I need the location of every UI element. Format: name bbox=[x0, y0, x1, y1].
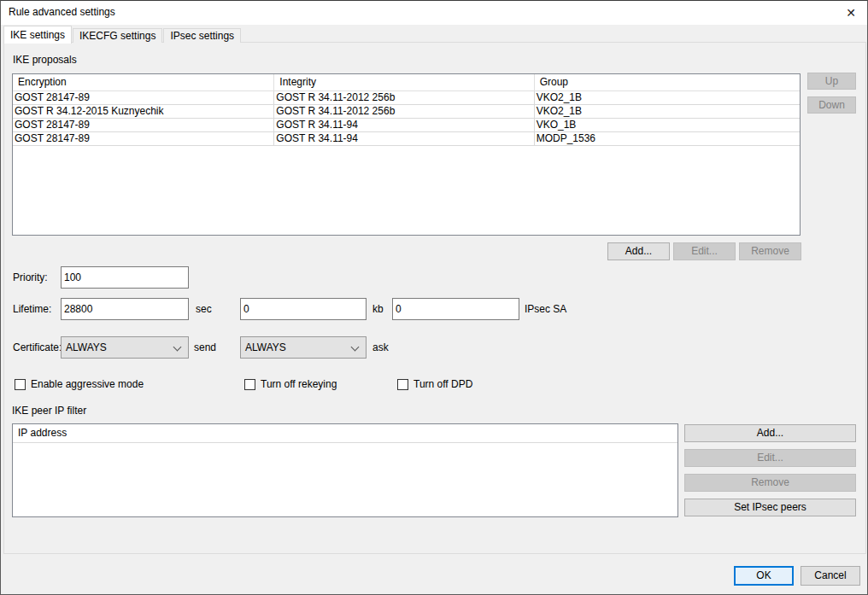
ike-peer-ip-filter-label: IKE peer IP filter bbox=[12, 405, 86, 417]
ipsec-sa-unit-label: IPsec SA bbox=[525, 303, 566, 315]
cell-integrity: GOST R 34.11-94 bbox=[274, 119, 534, 131]
ip-filter-remove-button[interactable]: Remove bbox=[684, 474, 856, 492]
table-row[interactable]: GOST 28147-89 GOST R 34.11-94 MODP_1536 bbox=[13, 132, 800, 146]
certificate-ask-select[interactable]: ALWAYS bbox=[240, 336, 367, 359]
ask-label: ask bbox=[372, 341, 389, 353]
column-header-encryption[interactable]: Encryption bbox=[13, 74, 274, 90]
cell-group: MODP_1536 bbox=[535, 132, 800, 145]
column-header-integrity[interactable]: Integrity bbox=[274, 74, 534, 90]
title-bar[interactable]: Rule advanced settings ✕ bbox=[1, 1, 867, 25]
kb-unit-label: kb bbox=[372, 303, 384, 315]
certificate-send-value: ALWAYS bbox=[66, 341, 107, 353]
set-ipsec-peers-button[interactable]: Set IPsec peers bbox=[684, 499, 856, 516]
dialog-footer: OK Cancel bbox=[1, 554, 867, 595]
send-label: send bbox=[194, 341, 216, 353]
cell-integrity: GOST R 34.11-2012 256b bbox=[274, 91, 534, 104]
chevron-down-icon bbox=[351, 343, 360, 352]
cell-integrity: GOST R 34.11-2012 256b bbox=[274, 105, 534, 118]
checkbox-icon bbox=[397, 379, 408, 390]
lifetime-sec-input[interactable] bbox=[61, 298, 189, 320]
up-button[interactable]: Up bbox=[807, 73, 856, 90]
sec-unit-label: sec bbox=[196, 303, 212, 315]
tab-ike-settings[interactable]: IKE settings bbox=[3, 26, 72, 44]
table-row[interactable]: GOST 28147-89 GOST R 34.11-94 VKO_1B bbox=[13, 119, 800, 132]
cell-group: VKO2_1B bbox=[535, 91, 800, 104]
enable-aggressive-mode-checkbox[interactable]: Enable aggressive mode bbox=[15, 378, 144, 390]
certificate-ask-value: ALWAYS bbox=[245, 341, 286, 353]
cell-encryption: GOST R 34.12-2015 Kuznyechik bbox=[13, 105, 274, 118]
cell-encryption: GOST 28147-89 bbox=[13, 119, 274, 131]
ike-proposals-header: Encryption Integrity Group bbox=[13, 74, 800, 91]
ip-filter-add-button[interactable]: Add... bbox=[684, 424, 856, 442]
certificate-send-select[interactable]: ALWAYS bbox=[61, 336, 189, 359]
tab-ikecfg-settings[interactable]: IKECFG settings bbox=[73, 28, 162, 43]
close-icon[interactable]: ✕ bbox=[840, 3, 862, 22]
proposals-edit-button[interactable]: Edit... bbox=[673, 242, 736, 260]
ip-filter-header: IP address bbox=[13, 424, 677, 443]
priority-input[interactable] bbox=[61, 266, 189, 289]
table-row[interactable]: GOST 28147-89 GOST R 34.11-2012 256b VKO… bbox=[13, 91, 800, 105]
rule-advanced-settings-dialog: Rule advanced settings ✕ IKE settings IK… bbox=[0, 0, 868, 595]
ip-filter-table[interactable]: IP address bbox=[12, 423, 678, 517]
ip-filter-edit-button[interactable]: Edit... bbox=[684, 449, 856, 467]
cancel-button[interactable]: Cancel bbox=[801, 566, 860, 586]
priority-label: Priority: bbox=[13, 271, 48, 283]
turn-off-rekeying-checkbox[interactable]: Turn off rekeying bbox=[244, 378, 337, 390]
chevron-down-icon bbox=[173, 343, 182, 352]
checkbox-label: Turn off rekeying bbox=[261, 378, 337, 390]
cell-group: VKO2_1B bbox=[535, 105, 800, 118]
column-header-ip-address[interactable]: IP address bbox=[13, 424, 677, 442]
cell-encryption: GOST 28147-89 bbox=[13, 91, 274, 104]
cell-group: VKO_1B bbox=[535, 119, 800, 131]
window-title: Rule advanced settings bbox=[9, 6, 115, 18]
table-row[interactable]: GOST R 34.12-2015 Kuznyechik GOST R 34.1… bbox=[13, 105, 800, 119]
ok-button[interactable]: OK bbox=[734, 566, 794, 586]
column-header-group[interactable]: Group bbox=[535, 74, 800, 90]
cell-encryption: GOST 28147-89 bbox=[13, 132, 274, 145]
proposals-add-button[interactable]: Add... bbox=[607, 242, 670, 260]
tab-ipsec-settings[interactable]: IPsec settings bbox=[163, 28, 241, 43]
certificate-label: Certificate: bbox=[13, 341, 62, 353]
lifetime-kb-input[interactable] bbox=[240, 298, 367, 320]
checkbox-label: Enable aggressive mode bbox=[31, 378, 144, 390]
ike-proposals-table[interactable]: Encryption Integrity Group GOST 28147-89… bbox=[12, 73, 801, 236]
lifetime-ipsec-sa-input[interactable] bbox=[392, 298, 519, 320]
ike-proposals-label: IKE proposals bbox=[13, 54, 77, 66]
down-button[interactable]: Down bbox=[807, 96, 856, 114]
checkbox-icon bbox=[244, 379, 255, 390]
turn-off-dpd-checkbox[interactable]: Turn off DPD bbox=[397, 378, 472, 390]
cell-integrity: GOST R 34.11-94 bbox=[274, 132, 534, 145]
checkbox-icon bbox=[15, 379, 26, 390]
tab-strip: IKE settings IKECFG settings IPsec setti… bbox=[3, 25, 242, 43]
lifetime-label: Lifetime: bbox=[13, 303, 51, 315]
proposals-remove-button[interactable]: Remove bbox=[739, 242, 801, 260]
checkbox-label: Turn off DPD bbox=[413, 378, 472, 390]
